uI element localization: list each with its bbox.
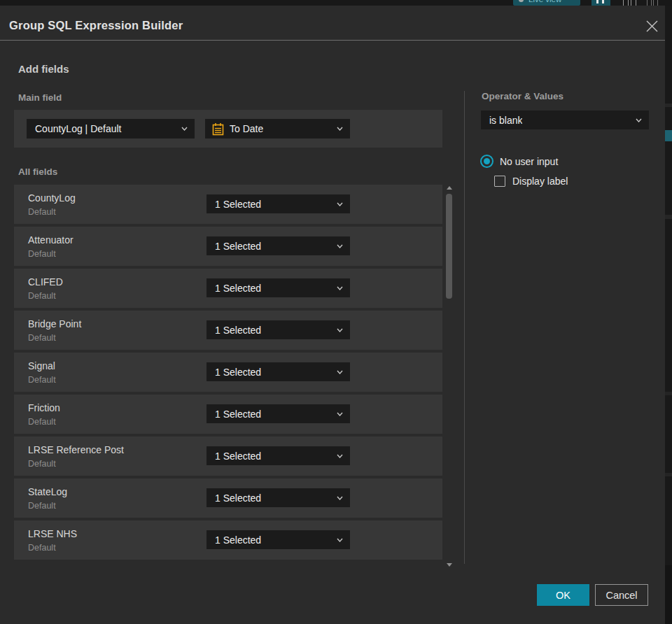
field-row: StateLog Default 1 Selected [14,478,442,518]
no-user-input-option[interactable]: No user input [480,155,558,168]
group-sql-expression-builder-dialog: Group SQL Expression Builder Add fields … [0,6,665,624]
chevron-down-icon [635,117,643,124]
background-mark [665,565,672,624]
close-icon [645,19,659,34]
field-row: Signal Default 1 Selected [14,353,442,392]
field-selection-select[interactable]: 1 Selected [206,278,350,297]
main-field-select-value: CountyLog | Default [27,123,122,134]
background-app-edge [665,6,672,624]
calendar-icon [212,122,224,136]
field-sublabel: Default [28,543,56,553]
live-view-button[interactable]: Live view [513,0,580,6]
field-sublabel: Default [28,417,56,427]
no-user-input-radio[interactable] [480,155,493,168]
operator-select-value: is blank [481,115,522,126]
background-mark [665,104,672,107]
field-name: StateLog [28,486,67,497]
field-selection-value: 1 Selected [206,409,261,420]
section-title: Add fields [18,63,69,75]
scroll-up-arrow-icon[interactable] [447,186,452,190]
display-label-text: Display label [512,176,568,187]
main-field-type-select[interactable]: To Date [205,119,350,139]
scrollbar-thumb[interactable] [446,194,452,299]
cancel-button[interactable]: Cancel [595,584,648,606]
field-name: Bridge Point [28,318,81,329]
main-field-select[interactable]: CountyLog | Default [27,119,195,139]
bar-icon [596,0,598,3]
field-sublabel: Default [28,459,56,469]
scroll-down-arrow-icon[interactable] [447,563,452,567]
columns-icon[interactable] [592,0,610,6]
panel-divider [464,91,465,564]
field-selection-value: 1 Selected [206,283,261,294]
field-selection-select[interactable]: 1 Selected [206,236,350,255]
field-row: Friction Default 1 Selected [14,395,442,434]
chevron-down-icon [336,369,344,376]
field-selection-value: 1 Selected [206,534,261,546]
field-selection-value: 1 Selected [206,367,261,378]
operator-select[interactable]: is blank [481,111,649,129]
chevron-down-icon [336,125,344,132]
field-selection-value: 1 Selected [206,199,261,210]
field-name: Attenuator [28,234,74,246]
bar-icon [602,0,604,3]
background-mark [665,215,672,219]
field-sublabel: Default [28,375,56,385]
field-sublabel: Default [28,207,56,217]
background-app-strip: Live view [0,0,672,6]
field-row: CLIFED Default 1 Selected [14,269,442,308]
field-sublabel: Default [28,291,56,301]
bar-outline-icon [647,0,652,6]
operator-values-label: Operator & Values [482,91,564,101]
title-divider [0,40,665,41]
field-row: Bridge Point Default 1 Selected [14,311,442,350]
field-name: Friction [28,402,60,413]
background-accent-patch [665,130,672,141]
chevron-down-icon [181,125,188,132]
chevron-down-icon [336,243,344,250]
field-sublabel: Default [28,249,56,259]
main-field-box: CountyLog | Default To Date [14,110,442,148]
field-sublabel: Default [28,333,56,343]
chevron-down-icon [336,201,344,208]
all-fields-list: CountyLog Default 1 Selected Attenuator … [14,185,442,562]
field-row: LRSE NHS Default 1 Selected [14,520,442,560]
field-row: CountyLog Default 1 Selected [14,185,442,224]
background-mark [665,473,672,476]
field-selection-select[interactable]: 1 Selected [206,488,350,507]
chevron-down-icon [336,285,344,292]
all-fields-label: All fields [18,166,57,177]
display-label-option[interactable]: Display label [494,176,568,187]
chevron-down-icon [336,453,344,460]
chevron-down-icon [336,495,344,502]
no-user-input-label: No user input [500,156,558,167]
main-field-type-value: To Date [224,123,263,134]
bar-outline-icon [623,0,629,6]
field-selection-select[interactable]: 1 Selected [206,320,350,339]
field-selection-select[interactable]: 1 Selected [206,404,350,423]
field-selection-value: 1 Selected [206,492,261,504]
list-scrollbar[interactable] [444,183,454,569]
field-selection-select[interactable]: 1 Selected [206,530,350,549]
field-selection-select[interactable]: 1 Selected [206,446,350,465]
field-name: LRSE NHS [28,528,77,539]
main-field-label: Main field [18,92,62,103]
field-row: LRSE Reference Post Default 1 Selected [14,437,442,476]
bar-outline-icon [631,0,636,6]
field-name: LRSE Reference Post [28,444,124,455]
chevron-down-icon [336,411,344,418]
display-label-checkbox[interactable] [494,176,505,187]
bar-outline-icon [653,0,658,6]
layout-icon[interactable] [645,0,659,6]
field-selection-select[interactable]: 1 Selected [206,362,350,381]
field-name: CLIFED [28,276,63,288]
field-name: Signal [28,360,55,371]
live-view-label: Live view [528,0,561,6]
field-selection-value: 1 Selected [206,451,261,462]
field-selection-value: 1 Selected [206,325,261,336]
close-button[interactable] [641,15,662,36]
ok-button[interactable]: OK [537,584,589,606]
live-view-status-dot [519,0,524,2]
field-selection-select[interactable]: 1 Selected [206,194,350,213]
panels-icon[interactable] [620,0,639,6]
